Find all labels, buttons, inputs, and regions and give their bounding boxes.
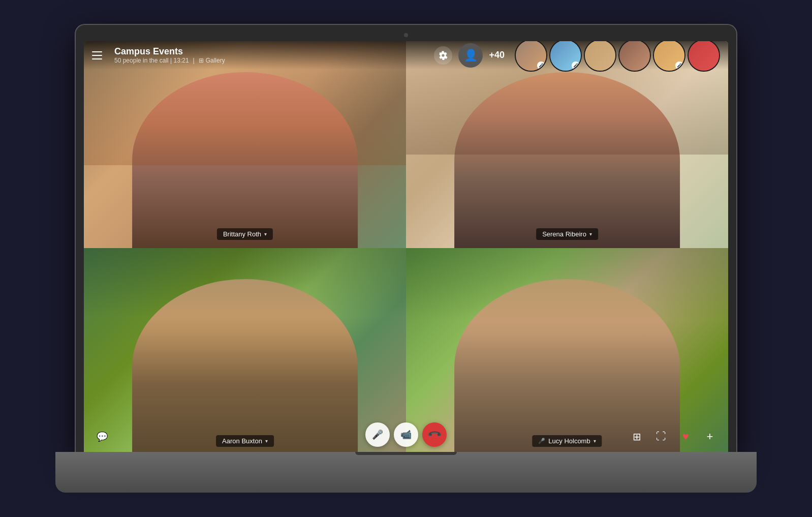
fullscreen-icon: ⛶ xyxy=(656,431,666,442)
thumbnail-3[interactable] xyxy=(584,41,616,72)
fullscreen-button[interactable]: ⛶ xyxy=(651,427,671,447)
chevron-icon: ▾ xyxy=(265,438,268,444)
hamburger-line-1 xyxy=(92,51,102,52)
video-cell-serena: Serena Ribeiro ▾ xyxy=(406,41,728,248)
bottom-controls: 🎤 📹 📞 xyxy=(365,422,447,447)
thumbnail-5[interactable]: 🎤 xyxy=(653,41,685,72)
laptop-wrapper: Brittany Roth ▾ Serena Ribeiro ▾ xyxy=(55,25,757,493)
separator: | xyxy=(193,57,195,64)
add-person-icon: 👤 xyxy=(464,49,478,62)
hamburger-button[interactable] xyxy=(92,47,108,64)
chevron-icon: ▾ xyxy=(264,231,267,237)
layout-icon: ⊞ xyxy=(633,431,641,443)
end-call-button[interactable]: 📞 xyxy=(422,422,447,447)
thumbnail-4[interactable] xyxy=(618,41,651,72)
chat-icon: 💬 xyxy=(97,431,108,442)
more-button[interactable]: + xyxy=(700,427,720,447)
meeting-title: Campus Events xyxy=(114,46,434,57)
more-icon: + xyxy=(707,430,713,443)
thumbnail-2-muted: 🎤 xyxy=(572,62,580,70)
laptop-bezel: Brittany Roth ▾ Serena Ribeiro ▾ xyxy=(76,25,736,452)
video-cell-aaron: Aaron Buxton ▾ xyxy=(84,248,406,455)
gallery-button[interactable]: ⊞ Gallery xyxy=(199,57,225,64)
gear-icon xyxy=(439,51,448,60)
right-side-controls: ⊞ ⛶ ♥ + xyxy=(627,427,720,447)
participant-thumbnails: 🎤 🎤 xyxy=(515,41,720,72)
meeting-info: Campus Events 50 people in the call | 13… xyxy=(114,46,434,64)
add-person-button[interactable]: 👤 xyxy=(458,43,483,68)
laptop-base xyxy=(55,452,757,493)
video-grid: Brittany Roth ▾ Serena Ribeiro ▾ xyxy=(84,41,728,455)
settings-button[interactable] xyxy=(434,46,452,65)
reaction-button[interactable]: ♥ xyxy=(675,427,696,447)
call-interface: Brittany Roth ▾ Serena Ribeiro ▾ xyxy=(84,41,728,455)
video-cell-brittany: Brittany Roth ▾ xyxy=(84,41,406,248)
hamburger-line-2 xyxy=(92,55,102,56)
chat-button[interactable]: 💬 xyxy=(92,427,112,447)
name-badge-aaron[interactable]: Aaron Buxton ▾ xyxy=(216,435,274,447)
thumbnail-1-muted: 🎤 xyxy=(537,62,545,70)
layout-button[interactable]: ⊞ xyxy=(627,427,647,447)
thumbnail-4-inner xyxy=(619,41,650,71)
meeting-subtitle: 50 people in the call | 13:21 | ⊞ Galler… xyxy=(114,57,434,64)
name-badge-serena[interactable]: Serena Ribeiro ▾ xyxy=(536,228,598,240)
thumbnail-5-muted: 🎤 xyxy=(675,62,683,70)
hamburger-line-3 xyxy=(92,58,102,59)
chevron-icon: ▾ xyxy=(594,438,596,444)
top-controls: 👤 +40 🎤 xyxy=(434,41,720,72)
left-side-controls: 💬 xyxy=(92,427,112,447)
mic-icon-small: 🎤 xyxy=(538,438,545,444)
top-bar: Campus Events 50 people in the call | 13… xyxy=(84,41,728,70)
mic-icon: 🎤 xyxy=(372,429,383,440)
participant-count-text: 50 people in the call | 13:21 xyxy=(114,57,189,64)
video-cell-lucy: 🎤 Lucy Holcomb ▾ xyxy=(406,248,728,455)
thumbnail-2[interactable]: 🎤 xyxy=(549,41,582,72)
thumbnail-3-inner xyxy=(585,41,615,71)
thumbnail-6[interactable] xyxy=(688,41,720,72)
heart-icon: ♥ xyxy=(682,430,689,443)
name-badge-brittany[interactable]: Brittany Roth ▾ xyxy=(217,228,273,240)
video-icon: 📹 xyxy=(400,429,412,440)
mic-button[interactable]: 🎤 xyxy=(365,422,390,447)
end-call-icon: 📞 xyxy=(426,427,442,442)
screen-content: Brittany Roth ▾ Serena Ribeiro ▾ xyxy=(84,41,728,455)
chevron-icon: ▾ xyxy=(589,231,592,237)
webcam xyxy=(404,33,408,37)
gallery-icon: ⊞ xyxy=(199,57,204,64)
video-button[interactable]: 📹 xyxy=(394,422,418,447)
name-badge-lucy[interactable]: 🎤 Lucy Holcomb ▾ xyxy=(532,435,602,447)
thumbnail-1[interactable]: 🎤 xyxy=(515,41,547,72)
participant-overflow-count: +40 xyxy=(489,50,505,60)
thumbnail-6-inner xyxy=(689,41,719,71)
